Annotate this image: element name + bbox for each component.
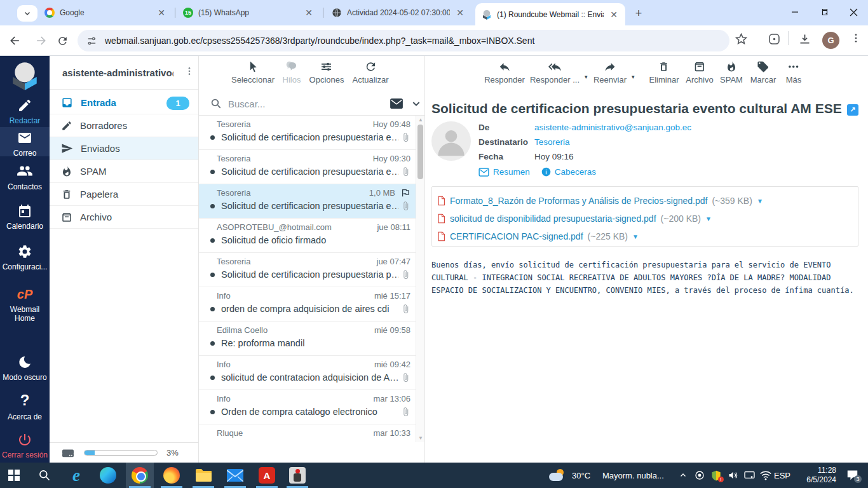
- attachment-item[interactable]: CERTIFICACION PAC-signed.pdf (~225 KB) ▼: [437, 227, 858, 245]
- options-button[interactable]: Opciones: [309, 60, 344, 85]
- refresh-button[interactable]: Actualizar: [352, 60, 388, 85]
- message-list-item[interactable]: Infomié 15:17 orden de compra adquisicio…: [199, 287, 416, 322]
- mail-app-icon[interactable]: [221, 463, 249, 488]
- reload-icon[interactable]: [53, 32, 71, 50]
- profile-avatar[interactable]: G: [822, 32, 839, 49]
- summary-link[interactable]: Resumen: [493, 167, 530, 177]
- forward-icon[interactable]: [32, 32, 50, 50]
- close-icon[interactable]: ✕: [609, 10, 619, 20]
- tray-record-icon[interactable]: [691, 463, 708, 488]
- download-icon[interactable]: [798, 32, 811, 46]
- acrobat-icon[interactable]: A: [253, 463, 281, 488]
- keyboard-language[interactable]: ESP: [774, 463, 790, 488]
- chevron-down-icon[interactable]: ▾: [585, 74, 588, 80]
- chevron-down-icon[interactable]: ▼: [705, 215, 712, 222]
- sidebar-item-cerrar-sesion[interactable]: Cerrar sesión: [0, 432, 50, 459]
- sidebar-item-modo-oscuro[interactable]: Modo oscuro: [0, 355, 50, 382]
- weather-description[interactable]: Mayorm. nubla...: [602, 463, 664, 488]
- start-button[interactable]: [0, 463, 28, 488]
- chrome-taskbar-icon[interactable]: [126, 463, 154, 488]
- tab-roundcube-active[interactable]: (1) Roundcube Webmail :: Envia ✕: [475, 3, 625, 25]
- close-icon[interactable]: ✕: [455, 8, 465, 18]
- tab-whatsapp[interactable]: 15 (15) WhatsApp ✕: [177, 0, 320, 25]
- message-list-item[interactable]: Infomar 13:06 Orden de compra catalogo e…: [199, 390, 416, 424]
- tab-actividad[interactable]: Actividad 2024-05-02 07:30:00 ✕: [325, 0, 471, 25]
- sidebar-item-configuracion[interactable]: Configuraci...: [0, 244, 50, 271]
- edge-icon[interactable]: [94, 463, 122, 488]
- url-omnibox[interactable]: webmail.sanjuan.gob.ec/cpsess2554257368/…: [78, 30, 729, 51]
- open-in-new-window-icon[interactable]: ↗: [847, 104, 858, 116]
- delete-button[interactable]: Eliminar: [649, 60, 679, 85]
- folder-entrada[interactable]: Entrada 1: [50, 92, 198, 114]
- maximize-button[interactable]: [810, 0, 839, 24]
- sidebar-item-acerca-de[interactable]: ? Acerca de: [0, 391, 50, 421]
- internet-explorer-icon[interactable]: e: [62, 463, 90, 488]
- sidebar-item-redactar[interactable]: Redactar: [0, 98, 50, 125]
- new-tab-button[interactable]: +: [631, 6, 646, 21]
- folder-enviados[interactable]: Enviados: [50, 137, 198, 160]
- message-list-item[interactable]: Edilma Coellomié 09:58 Re: proforma mand…: [199, 322, 416, 356]
- tray-antivirus-shield-icon[interactable]: !: [708, 463, 724, 488]
- taskbar-search-icon[interactable]: [31, 463, 58, 488]
- from-address-link[interactable]: asistente-administrativo@sanjuan.gob.ec: [534, 123, 691, 132]
- message-list-item[interactable]: Infomié 09:42 solicitud de contratacion …: [199, 356, 416, 390]
- folder-spam[interactable]: SPAM: [50, 160, 198, 183]
- chevron-down-icon[interactable]: [411, 98, 421, 109]
- select-button[interactable]: Seleccionar: [231, 60, 275, 85]
- chevron-down-icon[interactable]: ▼: [632, 233, 639, 240]
- close-icon[interactable]: ✕: [304, 8, 314, 18]
- search-input[interactable]: [228, 98, 374, 109]
- search-icon[interactable]: [210, 98, 222, 109]
- folder-borradores[interactable]: Borradores: [50, 114, 198, 137]
- account-menu-kebab-icon[interactable]: [184, 66, 194, 76]
- message-list-item[interactable]: Rluquemar 10:33: [199, 424, 416, 442]
- close-icon[interactable]: ✕: [156, 8, 166, 18]
- tab-google[interactable]: Google ✕: [38, 0, 173, 25]
- message-list-item[interactable]: TesoreriaHoy 09:48 Solicitud de certific…: [199, 116, 416, 150]
- sidebar-item-webmail-home[interactable]: cP Webmail Home: [0, 287, 50, 323]
- message-list-item[interactable]: TesoreriaHoy 09:30 Solicitud de certific…: [199, 150, 416, 184]
- to-link[interactable]: Tesoreria: [534, 137, 570, 147]
- spam-button[interactable]: SPAM: [720, 60, 743, 85]
- clock[interactable]: 11:28 6/5/2024: [789, 463, 836, 488]
- sidebar-item-correo[interactable]: Correo: [0, 130, 50, 158]
- java-app-icon[interactable]: [283, 463, 311, 488]
- tray-volume-icon[interactable]: [724, 463, 741, 488]
- chevron-down-icon[interactable]: ▼: [757, 198, 763, 205]
- tray-wifi-icon[interactable]: [757, 463, 774, 488]
- reply-all-button[interactable]: Responder ...: [530, 60, 580, 85]
- message-list-item-selected[interactable]: Tesoreria1,0 MB Solicitud de certificaci…: [199, 184, 416, 219]
- reply-button[interactable]: Responder: [484, 60, 525, 85]
- attachment-item[interactable]: solicitud de disponibilidad presupuestar…: [437, 210, 858, 227]
- attachment-item[interactable]: Formato_8_Razón de Proformas y Análisis …: [437, 192, 858, 210]
- sidebar-item-calendario[interactable]: Calendario: [0, 203, 50, 231]
- scroll-down-icon[interactable]: ▼: [418, 435, 423, 441]
- extensions-icon[interactable]: [768, 32, 781, 46]
- sidebar-item-contactos[interactable]: Contactos: [0, 163, 50, 191]
- flag-icon[interactable]: [400, 188, 410, 198]
- back-icon[interactable]: [6, 32, 24, 50]
- action-center-icon[interactable]: 3: [840, 463, 865, 488]
- tab-search-chevron[interactable]: [17, 5, 37, 22]
- close-window-button[interactable]: [839, 0, 868, 24]
- attachment-name[interactable]: Formato_8_Razón de Proformas y Análisis …: [450, 196, 707, 206]
- attachment-name[interactable]: CERTIFICACION PAC-signed.pdf: [450, 231, 583, 241]
- scroll-up-icon[interactable]: ▲: [418, 117, 423, 123]
- browser-menu-kebab-icon[interactable]: [850, 32, 862, 44]
- firefox-icon[interactable]: [158, 463, 186, 488]
- archive-button[interactable]: Archivo: [686, 60, 713, 85]
- attachment-name[interactable]: solicitud de disponibilidad presupuestar…: [450, 214, 656, 224]
- tray-display-icon[interactable]: [741, 463, 757, 488]
- scrollbar-thumb[interactable]: [417, 125, 423, 179]
- minimize-button[interactable]: [780, 0, 810, 24]
- bookmark-star-icon[interactable]: [735, 32, 748, 46]
- file-explorer-icon[interactable]: [189, 463, 217, 488]
- threads-button[interactable]: Hilos: [283, 60, 301, 85]
- tray-expand-chevron-icon[interactable]: [675, 463, 691, 488]
- chevron-down-icon[interactable]: ▾: [632, 74, 635, 80]
- list-mode-envelope-icon[interactable]: [390, 98, 403, 109]
- weather-icon[interactable]: [546, 463, 569, 488]
- mark-button[interactable]: Marcar: [750, 60, 776, 85]
- message-list-item[interactable]: Tesoreriajue 07:47 Solicitud de certific…: [199, 253, 416, 287]
- more-button[interactable]: Más: [786, 60, 802, 85]
